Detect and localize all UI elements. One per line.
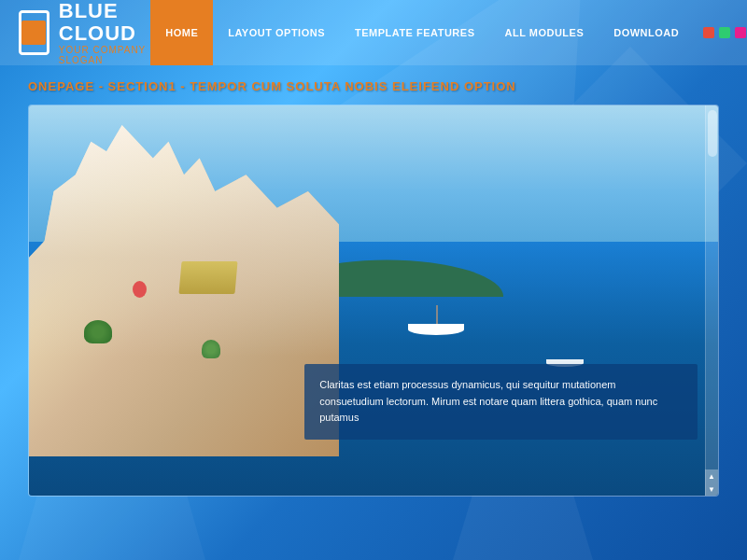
logo-title: BLUE CLOUD	[59, 0, 150, 45]
canopy	[179, 261, 238, 294]
boat-1	[408, 324, 464, 335]
header: BLUE CLOUD YOUR COMPANY SLOGAN HOME LAYO…	[0, 0, 747, 65]
section-heading: ONEPAGE - SECTION1 - TEMPOR CUM SOLUTA N…	[28, 79, 719, 93]
plant-1	[84, 320, 112, 343]
scrollbar-thumb[interactable]	[708, 110, 717, 157]
color-dot-red[interactable]	[703, 27, 714, 38]
logo-text: BLUE CLOUD YOUR COMPANY SLOGAN	[59, 0, 150, 65]
plant-2	[202, 340, 220, 358]
nav-item-download[interactable]: DOWNLOAD	[599, 0, 694, 65]
main-content: ONEPAGE - SECTION1 - TEMPOR CUM SOLUTA N…	[0, 65, 747, 511]
plant-3	[133, 281, 147, 298]
scrollbar-arrows: ▲ ▼	[705, 469, 718, 496]
nav-item-layout[interactable]: LAYOUT OPTIONS	[213, 0, 340, 65]
scroll-up-arrow[interactable]: ▲	[705, 469, 718, 483]
logo-icon	[19, 10, 49, 55]
color-selector	[694, 27, 747, 38]
nav-item-home[interactable]: HOME	[150, 0, 213, 65]
nav-item-modules[interactable]: ALL MODULES	[489, 0, 599, 65]
color-dot-green[interactable]	[719, 27, 730, 38]
main-nav: HOME LAYOUT OPTIONS TEMPLATE FEATURES AL…	[150, 0, 747, 65]
hero-image: Claritas est etiam processus dynamicus, …	[29, 105, 718, 496]
logo-slogan: YOUR COMPANY SLOGAN	[59, 45, 150, 65]
color-dot-pink[interactable]	[735, 27, 746, 38]
logo-icon-square	[21, 21, 46, 45]
hero-overlay: Claritas est etiam processus dynamicus, …	[304, 364, 698, 440]
overlay-paragraph: Claritas est etiam processus dynamicus, …	[319, 377, 683, 427]
scroll-down-arrow[interactable]: ▼	[705, 483, 718, 496]
nav-item-features[interactable]: TEMPLATE FEATURES	[340, 0, 489, 65]
scrollbar-track[interactable]: ▲ ▼	[705, 105, 718, 496]
boat-mast	[436, 305, 438, 324]
logo[interactable]: BLUE CLOUD YOUR COMPANY SLOGAN	[19, 0, 150, 65]
content-card: Claritas est etiam processus dynamicus, …	[28, 105, 719, 497]
